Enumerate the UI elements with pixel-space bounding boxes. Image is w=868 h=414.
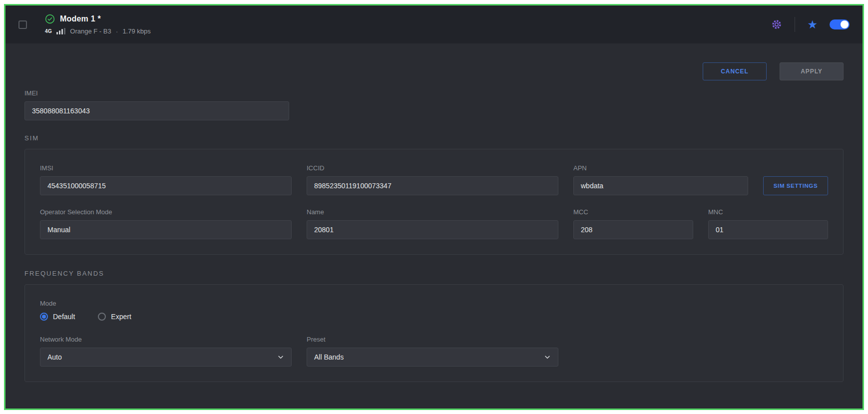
radio-icon (40, 313, 48, 321)
mnc-label: MNC (708, 208, 828, 216)
select-checkbox[interactable] (18, 20, 27, 29)
name-field: Name (307, 208, 558, 239)
radio-default-label: Default (53, 313, 75, 321)
radio-expert-label: Expert (111, 313, 131, 321)
radio-option-expert[interactable]: Expert (98, 313, 131, 321)
network-mode-label: Network Mode (40, 336, 292, 343)
chevron-down-icon (277, 354, 284, 361)
mcc-label: MCC (573, 208, 693, 216)
title-row: Modem 1 * (45, 14, 151, 24)
sim-panel: IMSI ICCID APN SIM SETTINGS Operator Sel… (24, 149, 844, 255)
preset-value: All Bands (314, 353, 344, 361)
apply-button[interactable]: APPLY (780, 62, 844, 80)
network-mode-value: Auto (47, 353, 62, 361)
settings-gear-icon[interactable] (771, 18, 783, 30)
title-block: Modem 1 * 4G Orange F - B3 · 1.79 kbps (45, 14, 151, 35)
imei-label: IMEI (24, 89, 289, 97)
mcc-input[interactable] (573, 220, 693, 239)
apn-field: APN (573, 164, 748, 195)
operator-selection-mode-input[interactable] (40, 220, 292, 239)
modem-enable-toggle[interactable] (830, 19, 850, 29)
imei-input[interactable] (24, 101, 289, 120)
chevron-down-icon (544, 354, 551, 361)
header-actions: ★ (771, 17, 850, 32)
network-mode-field: Network Mode Auto (40, 336, 292, 367)
frequency-selects-row: Network Mode Auto Preset All Bands (40, 336, 828, 367)
status-ok-icon (45, 14, 55, 24)
apn-input[interactable] (573, 176, 748, 195)
radio-icon (98, 313, 106, 321)
preset-label: Preset (307, 336, 558, 343)
iccid-label: ICCID (307, 164, 558, 172)
radio-option-default[interactable]: Default (40, 313, 75, 321)
modem-card: Modem 1 * 4G Orange F - B3 · 1.79 kbps (4, 4, 864, 410)
mode-radio-group: Default Expert (40, 313, 828, 321)
signal-strength-icon (56, 28, 65, 34)
preset-select[interactable]: All Bands (307, 348, 558, 367)
vertical-divider (795, 17, 795, 32)
preset-field: Preset All Bands (307, 336, 558, 367)
mode-label: Mode (40, 300, 828, 307)
dot-separator: · (116, 27, 118, 35)
modem-header: Modem 1 * 4G Orange F - B3 · 1.79 kbps (5, 5, 863, 43)
imsi-field: IMSI (40, 164, 292, 195)
mcc-field: MCC (573, 208, 693, 239)
iccid-input[interactable] (307, 176, 558, 195)
speed-label: 1.79 kbps (122, 27, 150, 35)
connection-status-row: 4G Orange F - B3 · 1.79 kbps (45, 27, 151, 35)
iccid-field: ICCID (307, 164, 558, 195)
sim-section-title: SIM (24, 134, 844, 142)
mnc-input[interactable] (708, 220, 828, 239)
form-actions: CANCEL APPLY (24, 62, 844, 80)
sim-row-1: IMSI ICCID APN SIM SETTINGS (40, 164, 828, 195)
sim-settings-button[interactable]: SIM SETTINGS (763, 176, 828, 195)
modem-title: Modem 1 * (60, 14, 101, 23)
toggle-knob (841, 20, 849, 28)
frequency-bands-section-title: FREQUENCY BANDS (24, 270, 844, 277)
frequency-bands-panel: Mode Default Expert Network Mode Auto (24, 284, 844, 382)
imsi-input[interactable] (40, 176, 292, 195)
imsi-label: IMSI (40, 164, 292, 172)
name-input[interactable] (307, 220, 558, 239)
sim-row-2: Operator Selection Mode Name MCC MNC (40, 208, 828, 239)
favorite-star-icon[interactable]: ★ (807, 19, 818, 30)
operator-selection-mode-field: Operator Selection Mode (40, 208, 292, 239)
operator-selection-mode-label: Operator Selection Mode (40, 208, 292, 216)
operator-label: Orange F - B3 (70, 27, 111, 35)
cancel-button[interactable]: CANCEL (703, 62, 767, 80)
imei-field: IMEI (24, 89, 289, 120)
network-mode-select[interactable]: Auto (40, 348, 292, 367)
network-type-badge: 4G (45, 28, 52, 34)
mnc-field: MNC (708, 208, 828, 239)
modem-settings-body: CANCEL APPLY IMEI SIM IMSI ICCID APN (5, 43, 863, 409)
name-label: Name (307, 208, 558, 216)
apn-label: APN (573, 164, 748, 172)
